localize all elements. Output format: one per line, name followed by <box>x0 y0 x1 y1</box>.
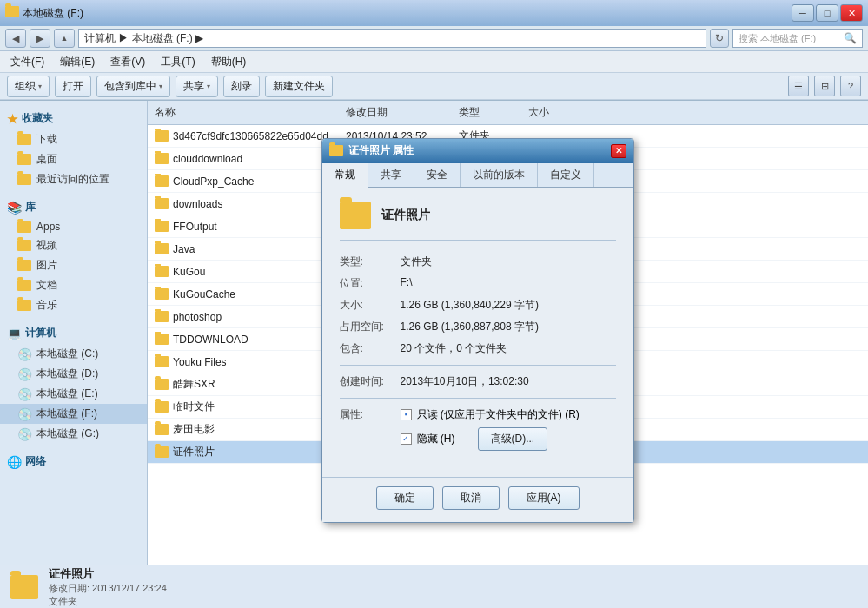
readonly-checkbox[interactable]: ▪ <box>401 409 412 420</box>
modal-title-bar: 证件照片 属性 ✕ <box>322 139 633 163</box>
menu-tools[interactable]: 工具(T) <box>157 54 198 70</box>
organize-button[interactable]: 组织 ▾ <box>7 76 50 97</box>
help-button[interactable]: ? <box>840 76 861 96</box>
sidebar-item-f[interactable]: 💿 本地磁盘 (F:) <box>0 404 147 424</box>
maximize-button[interactable]: □ <box>816 4 838 22</box>
view-details-button[interactable]: ☰ <box>788 76 809 96</box>
action-bar: 组织 ▾ 打开 包含到库中 ▾ 共享 ▾ 刻录 新建文件夹 ☰ ⊞ <box>0 72 868 100</box>
drive-icon: 💿 <box>17 387 31 401</box>
menu-help[interactable]: 帮助(H) <box>208 54 250 70</box>
modal-tab-security[interactable]: 安全 <box>414 163 461 187</box>
modal-prop-type: 类型: 文件夹 <box>340 254 616 269</box>
file-name: 麦田电影 <box>148 420 339 439</box>
sidebar-favorites-header[interactable]: ★ 收藏夹 <box>0 108 147 129</box>
sidebar-computer-header[interactable]: 💻 计算机 <box>0 322 147 344</box>
forward-button[interactable]: ▶ <box>30 29 50 48</box>
status-type: 文件夹 <box>49 595 167 608</box>
drive-icon: 💿 <box>17 347 31 361</box>
drive-icon: 💿 <box>17 427 31 441</box>
refresh-button[interactable]: ↻ <box>710 29 729 48</box>
sidebar-item-g[interactable]: 💿 本地磁盘 (G:) <box>0 424 147 444</box>
burn-button[interactable]: 刻录 <box>223 76 260 97</box>
disksize-label: 占用空间: <box>340 320 401 334</box>
sidebar-item-d[interactable]: 💿 本地磁盘 (D:) <box>0 364 147 384</box>
modal-tab-previous[interactable]: 以前的版本 <box>461 163 538 187</box>
contains-label: 包含: <box>340 341 401 356</box>
ok-button[interactable]: 确定 <box>376 486 434 510</box>
apply-button[interactable]: 应用(A) <box>508 486 580 510</box>
separator2 <box>340 398 616 399</box>
back-button[interactable]: ◀ <box>5 29 26 48</box>
drive-icon: 💿 <box>17 367 31 381</box>
menu-edit[interactable]: 编辑(E) <box>56 54 98 70</box>
close-button[interactable]: ✕ <box>840 4 863 22</box>
sidebar-item-music[interactable]: 音乐 <box>0 295 147 315</box>
file-name: 临时文件 <box>148 398 339 416</box>
location-label: 位置: <box>340 276 401 291</box>
cancel-button[interactable]: 取消 <box>442 486 500 510</box>
sidebar-item-pictures[interactable]: 图片 <box>0 255 147 275</box>
modal-prop-contains: 包含: 20 个文件，0 个文件夹 <box>340 341 616 356</box>
pictures-label: 图片 <box>36 258 57 273</box>
drive-icon: 💿 <box>17 407 31 421</box>
status-info: 证件照片 修改日期: 2013/12/17 23:24 文件夹 <box>49 566 167 608</box>
up-button[interactable]: ▲ <box>54 29 75 48</box>
address-input[interactable]: 计算机 ▶ 本地磁盘 (F:) ▶ <box>78 29 706 48</box>
sidebar-item-recent[interactable]: 最近访问的位置 <box>0 169 147 189</box>
modal-tab-share[interactable]: 共享 <box>368 163 414 187</box>
view-tiles-button[interactable]: ⊞ <box>814 76 835 96</box>
size-value: 1.26 GB (1,360,840,229 字节) <box>401 298 616 313</box>
c-drive-label: 本地磁盘 (C:) <box>36 347 98 361</box>
col-type[interactable]: 类型 <box>452 103 521 122</box>
attributes-section: ▪ 只读 (仅应用于文件夹中的文件) (R) ✓ 隐藏 (H) 高级(D)... <box>401 407 580 456</box>
advanced-button[interactable]: 高级(D)... <box>478 427 548 451</box>
status-bar: 证件照片 修改日期: 2013/12/17 23:24 文件夹 <box>0 565 868 608</box>
modal-tab-custom[interactable]: 自定义 <box>538 163 594 187</box>
include-library-button[interactable]: 包含到库中 ▾ <box>96 76 170 97</box>
minimize-button[interactable]: ─ <box>792 4 814 22</box>
file-list-header: 名称 修改日期 类型 大小 <box>148 101 868 125</box>
modal-prop-disksize: 占用空间: 1.26 GB (1,360,887,808 字节) <box>340 320 616 334</box>
sidebar-item-video[interactable]: 视频 <box>0 235 147 255</box>
computer-label: 计算机 <box>25 326 56 340</box>
open-button[interactable]: 打开 <box>55 76 91 97</box>
video-label: 视频 <box>36 238 57 253</box>
address-bar: ◀ ▶ ▲ 计算机 ▶ 本地磁盘 (F:) ▶ ↻ 搜索 本地磁盘 (F:) 🔍 <box>0 26 868 51</box>
search-box[interactable]: 搜索 本地磁盘 (F:) 🔍 <box>732 29 863 48</box>
sidebar-library-header[interactable]: 📚 库 <box>0 196 147 218</box>
sidebar-item-download[interactable]: 下载 <box>0 129 147 149</box>
sidebar-item-docs[interactable]: 文档 <box>0 275 147 295</box>
sidebar-gap2 <box>0 315 147 322</box>
attr-readonly-row: ▪ 只读 (仅应用于文件夹中的文件) (R) <box>401 407 580 422</box>
sidebar-item-desktop[interactable]: 桌面 <box>0 149 147 169</box>
file-name: KuGouCache <box>148 287 339 302</box>
col-size[interactable]: 大小 <box>521 103 591 122</box>
sidebar-item-apps[interactable]: Apps <box>0 218 147 235</box>
breadcrumb: 计算机 ▶ 本地磁盘 (F:) ▶ <box>84 31 203 46</box>
sidebar-gap3 <box>0 444 147 451</box>
modal-tab-general[interactable]: 常规 <box>322 163 368 188</box>
disksize-value: 1.26 GB (1,360,887,808 字节) <box>401 320 616 334</box>
window-title: 本地磁盘 (F:) <box>23 6 792 21</box>
file-name: 3d467cf9dfc130665822e65d04dd <box>148 129 339 144</box>
folder-icon <box>17 174 31 185</box>
new-folder-button[interactable]: 新建文件夹 <box>265 76 333 97</box>
sidebar-item-c[interactable]: 💿 本地磁盘 (C:) <box>0 344 147 364</box>
created-value: 2013年10月10日，13:02:30 <box>401 374 616 389</box>
col-name[interactable]: 名称 <box>148 103 339 122</box>
file-name: KuGou <box>148 264 339 280</box>
file-name: 酷舞SXR <box>148 375 339 393</box>
modal-body: 证件照片 类型: 文件夹 位置: F:\ 大小: 1.26 GB (1,360,… <box>322 188 633 477</box>
col-modified[interactable]: 修改日期 <box>339 103 452 122</box>
menu-view[interactable]: 查看(V) <box>107 54 149 70</box>
hidden-checkbox[interactable]: ✓ <box>401 433 412 445</box>
library-label: 库 <box>25 200 36 215</box>
modal-prop-size: 大小: 1.26 GB (1,360,840,229 字节) <box>340 298 616 313</box>
modal-close-button[interactable]: ✕ <box>611 144 626 158</box>
sidebar-item-e[interactable]: 💿 本地磁盘 (E:) <box>0 384 147 404</box>
modal-prop-created: 创建时间: 2013年10月10日，13:02:30 <box>340 374 616 389</box>
menu-file[interactable]: 文件(F) <box>7 54 48 70</box>
favorites-label: 收藏夹 <box>22 111 53 126</box>
sidebar-network-header[interactable]: 🌐 网络 <box>0 451 147 473</box>
share-button[interactable]: 共享 ▾ <box>176 76 218 97</box>
